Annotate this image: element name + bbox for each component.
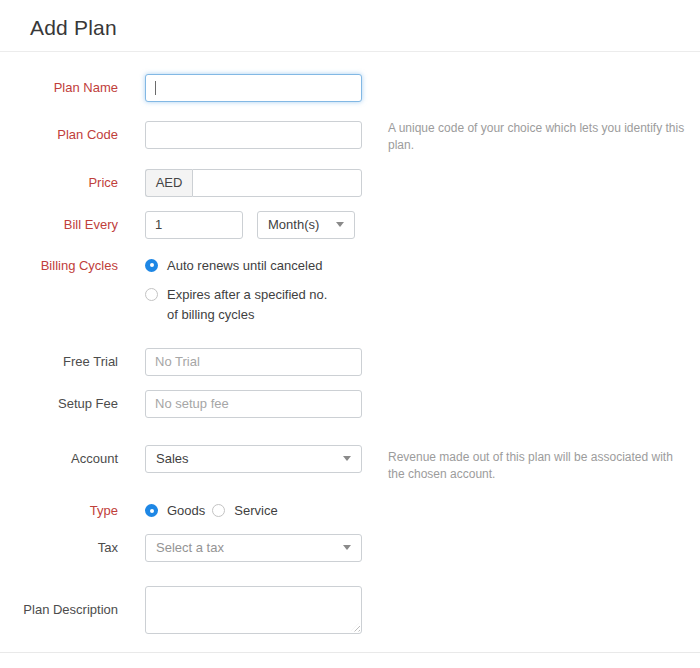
billing-cycles-row: Billing Cycles Auto renews until cancele… — [0, 258, 700, 325]
setup-fee-input[interactable] — [145, 390, 362, 418]
bill-every-unit-value: Month(s) — [268, 217, 319, 232]
tax-row: Tax Select a tax — [0, 534, 700, 562]
plan-description-textarea[interactable] — [145, 586, 362, 634]
price-label: Price — [0, 175, 118, 191]
account-helper-text: Revenue made out of this plan will be as… — [388, 449, 690, 484]
billing-cycle-option-auto-renew[interactable]: Auto renews until canceled — [145, 258, 339, 276]
chevron-down-icon — [343, 456, 351, 461]
type-option-goods-label[interactable]: Goods — [167, 503, 205, 518]
tax-placeholder-value: Select a tax — [156, 540, 224, 555]
add-plan-form: Plan Name Plan Code A unique code of you… — [0, 52, 700, 634]
plan-name-row: Plan Name — [0, 74, 700, 102]
billing-cycle-option-label[interactable]: Auto renews until canceled — [167, 256, 322, 276]
plan-description-row: Plan Description — [0, 586, 700, 634]
radio-selected-icon[interactable] — [145, 504, 158, 517]
setup-fee-row: Setup Fee — [0, 390, 700, 418]
billing-cycle-option-label[interactable]: Expires after a specified no. of billing… — [167, 285, 339, 325]
radio-unselected-icon[interactable] — [145, 288, 158, 301]
radio-selected-icon[interactable] — [145, 259, 158, 272]
plan-code-input[interactable] — [145, 121, 362, 149]
type-row: Type Goods Service — [0, 503, 700, 519]
account-selected-value: Sales — [156, 451, 189, 466]
type-label: Type — [0, 503, 118, 519]
add-plan-page: Add Plan Plan Name Plan Code A unique co… — [0, 0, 700, 668]
chevron-down-icon — [336, 222, 344, 227]
setup-fee-label: Setup Fee — [0, 396, 118, 412]
account-select[interactable]: Sales — [145, 445, 362, 473]
chevron-down-icon — [343, 545, 351, 550]
price-row: Price AED — [0, 169, 700, 197]
free-trial-label: Free Trial — [0, 354, 118, 370]
free-trial-input[interactable] — [145, 348, 362, 376]
page-title: Add Plan — [30, 16, 670, 40]
type-option-service-label[interactable]: Service — [234, 503, 277, 518]
radio-unselected-icon[interactable] — [212, 504, 225, 517]
bill-every-unit-select[interactable]: Month(s) — [257, 211, 355, 239]
billing-cycles-label: Billing Cycles — [0, 258, 118, 274]
bill-every-input[interactable] — [145, 211, 243, 239]
plan-code-label: Plan Code — [0, 127, 118, 143]
plan-code-helper-text: A unique code of your choice which lets … — [388, 120, 690, 155]
tax-select[interactable]: Select a tax — [145, 534, 362, 562]
billing-cycle-option-expires[interactable]: Expires after a specified no. of billing… — [145, 287, 339, 325]
plan-name-input[interactable] — [145, 74, 362, 102]
price-input[interactable] — [192, 169, 362, 197]
plan-description-label: Plan Description — [0, 602, 118, 618]
bill-every-row: Bill Every Month(s) — [0, 211, 700, 239]
footer-actions: Save Cancel — [0, 653, 700, 668]
currency-addon: AED — [145, 169, 192, 197]
page-header: Add Plan — [0, 0, 700, 52]
text-cursor — [155, 81, 156, 95]
free-trial-row: Free Trial — [0, 348, 700, 376]
plan-name-label: Plan Name — [0, 80, 118, 96]
tax-label: Tax — [0, 540, 118, 556]
account-label: Account — [0, 451, 118, 467]
account-row: Account Sales Revenue made out of this p… — [0, 445, 700, 484]
bill-every-label: Bill Every — [0, 217, 118, 233]
plan-code-row: Plan Code A unique code of your choice w… — [0, 116, 700, 155]
